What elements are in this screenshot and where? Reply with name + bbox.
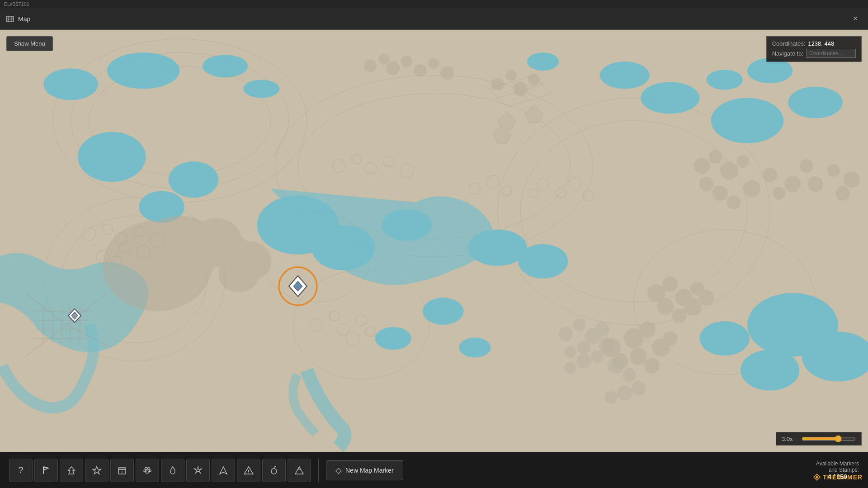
svg-marker-168 [220,467,227,474]
svg-point-54 [835,186,850,200]
water-drop-icon [168,465,178,475]
svg-point-74 [387,61,400,75]
svg-point-68 [630,348,647,365]
svg-point-42 [720,161,738,179]
svg-point-76 [414,64,427,77]
star-icon [92,465,102,475]
close-icon: × [853,14,858,23]
warning-icon [244,465,254,475]
svg-point-19 [600,61,650,89]
water-icon-button[interactable] [161,459,184,482]
main-content: Show Menu Coordinates: 1238, 448 Navigat… [0,30,868,488]
fire-icon [66,465,76,475]
available-markers-label: Available Markers [816,460,859,467]
close-button[interactable]: × [848,12,863,26]
svg-point-53 [827,164,840,177]
svg-point-50 [784,176,801,192]
warning-icon-button[interactable] [237,459,260,482]
svg-point-172 [271,469,277,474]
radiation-icon [193,465,203,475]
toolbar-divider [318,459,319,482]
build-bar: CL#367101 [0,0,868,8]
new-map-marker-button[interactable]: ◇ New Map Marker [326,460,403,480]
svg-point-167 [197,469,199,472]
help-icon-button[interactable]: ? [9,459,33,482]
svg-point-26 [168,161,218,197]
navigate-label: Navigate to: [772,50,803,57]
svg-point-155 [617,385,632,400]
zoom-label: 3.0x [782,436,798,442]
svg-point-52 [808,176,823,192]
chest-icon [117,465,127,475]
svg-point-47 [743,180,760,197]
svg-point-30 [382,209,432,241]
svg-point-157 [631,381,646,395]
star-icon-button[interactable] [85,459,108,482]
bottom-toolbar: ? [0,452,868,488]
chest-icon-button[interactable] [110,459,134,482]
svg-point-171 [248,472,249,473]
svg-point-33 [423,298,463,325]
camp-icon-button[interactable] [60,459,83,482]
fruit-icon [269,465,279,475]
svg-point-45 [712,185,728,201]
svg-point-165 [144,470,146,472]
flag-icon-button[interactable] [34,459,58,482]
show-menu-button[interactable]: Show Menu [6,36,53,51]
svg-point-78 [441,66,454,80]
svg-point-24 [788,87,843,118]
svg-point-163 [145,467,147,469]
app-window: CL#367101 Map × [0,0,868,488]
mountain-icon-button[interactable] [288,459,311,482]
svg-point-49 [773,187,785,199]
svg-point-15 [107,52,180,89]
svg-point-156 [605,391,618,404]
svg-point-149 [599,338,614,353]
svg-point-61 [672,309,686,323]
svg-point-48 [763,168,777,182]
flag-icon [41,465,51,475]
svg-point-51 [799,159,813,173]
location-icon-button[interactable] [212,459,235,482]
svg-rect-161 [118,468,126,469]
fruit-icon-button[interactable] [262,459,286,482]
toolbar-icons: ? [0,459,807,482]
svg-point-46 [727,196,741,209]
zoom-slider[interactable] [802,435,856,442]
map-area[interactable]: Show Menu Coordinates: 1238, 448 Navigat… [0,30,868,452]
radiation-icon-button[interactable] [186,459,210,482]
svg-point-20 [641,82,700,113]
and-stamps-label: and Stamps: [816,467,859,473]
svg-point-16 [203,55,248,77]
svg-point-148 [595,322,609,337]
svg-point-40 [693,158,710,174]
svg-marker-158 [68,467,75,474]
map-window-icon [5,14,14,23]
svg-marker-159 [93,466,101,474]
svg-point-80 [506,70,517,80]
svg-point-77 [429,58,439,69]
svg-point-43 [699,177,714,191]
svg-point-73 [378,54,389,65]
svg-point-153 [608,357,624,374]
svg-point-25 [78,132,146,182]
svg-point-151 [576,354,591,368]
zoom-panel: 3.0x [776,432,862,446]
svg-point-69 [644,358,660,373]
svg-point-60 [657,299,674,315]
svg-point-18 [527,52,559,70]
svg-point-79 [491,78,504,90]
paw-icon-button[interactable] [136,459,159,482]
title-bar: Map × [0,8,868,30]
svg-point-38 [741,350,800,390]
location-icon [218,465,228,475]
title-bar-left: Map [5,14,30,23]
svg-point-21 [707,70,743,89]
svg-point-32 [518,244,568,278]
svg-point-90 [218,258,259,292]
svg-rect-0 [6,16,14,22]
navigate-input[interactable] [806,49,856,58]
svg-point-62 [684,298,702,316]
svg-point-65 [639,321,656,338]
toolbar-right: Available Markers and Stamps: 4 / 250 [807,460,868,480]
